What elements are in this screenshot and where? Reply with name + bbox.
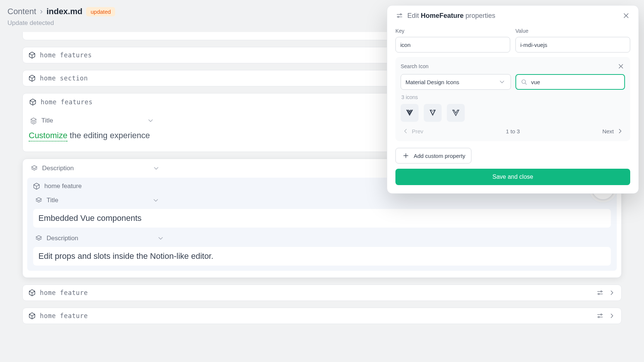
pager-next[interactable]: Next <box>602 127 624 135</box>
panel-title: Edit HomeFeature properties <box>407 12 495 20</box>
add-custom-property-button[interactable]: Add custom property <box>395 148 471 163</box>
nested-feature-label: home feature <box>44 182 82 190</box>
icon-result-vuejs[interactable] <box>401 104 419 122</box>
icon-result-grid <box>401 104 625 122</box>
icon-pager: Prev 1 to 3 Next <box>401 122 625 136</box>
cube-icon <box>28 74 36 82</box>
title-highlight: Customize <box>29 131 67 142</box>
icon-result-count: 3 icons <box>401 94 624 100</box>
slot-label: Description <box>42 165 74 172</box>
key-value-row: Key Value <box>395 28 630 53</box>
key-input[interactable] <box>395 37 510 53</box>
block-label: home feature <box>40 312 88 320</box>
nested-title-value[interactable]: Embedded Vue components <box>33 209 611 228</box>
panel-header: Edit HomeFeature properties <box>387 6 638 26</box>
chevron-down-icon[interactable] <box>152 196 160 204</box>
breadcrumb-separator: › <box>38 7 44 16</box>
cube-icon <box>28 289 36 297</box>
cube-icon <box>28 51 36 59</box>
block-label: home features <box>41 98 93 106</box>
layers-icon <box>35 196 43 204</box>
plus-icon <box>402 152 410 160</box>
chevron-left-icon <box>401 127 410 135</box>
icon-library-value: Material Design Icons <box>405 79 459 85</box>
chevron-right-icon[interactable] <box>608 312 616 320</box>
icon-search-input[interactable] <box>531 79 621 85</box>
pager-prev[interactable]: Prev <box>401 127 423 135</box>
search-icon <box>520 78 528 86</box>
nested-desc-value[interactable]: Edit props and slots inside the Notion-l… <box>33 247 611 266</box>
icon-search-field[interactable] <box>515 74 625 90</box>
icon-result-vuetify[interactable] <box>424 104 442 122</box>
chevron-right-icon <box>616 127 624 135</box>
nested-title-header[interactable]: Title <box>33 196 611 208</box>
status-badge: updated <box>86 7 115 16</box>
value-input[interactable] <box>515 37 630 53</box>
svg-point-0 <box>522 80 525 83</box>
search-heading: Search Icon <box>401 63 429 69</box>
nested-desc-header[interactable]: Description <box>33 234 611 246</box>
save-and-close-button[interactable]: Save and close <box>395 169 630 185</box>
block-label: home feature <box>40 289 88 296</box>
key-label: Key <box>395 28 510 34</box>
chevron-down-icon[interactable] <box>146 117 155 125</box>
sliders-icon[interactable] <box>596 312 604 320</box>
cube-icon <box>28 312 36 320</box>
sliders-icon[interactable] <box>596 289 604 297</box>
icon-library-select[interactable]: Material Design Icons <box>401 74 511 90</box>
slot-label: Title <box>41 117 53 124</box>
chevron-right-icon[interactable] <box>608 289 616 297</box>
search-icon-section: Search Icon Material Design Icons 3 icon… <box>395 57 630 141</box>
chevron-down-icon[interactable] <box>152 164 160 172</box>
sliders-icon <box>395 12 404 20</box>
pager-range: 1 to 3 <box>423 128 602 134</box>
value-label: Value <box>515 28 630 34</box>
icon-result-vue-outline[interactable] <box>447 104 465 122</box>
nested-title-label: Title <box>47 197 59 204</box>
properties-panel: Edit HomeFeature properties Key Value Se… <box>387 5 639 194</box>
layers-icon <box>35 234 43 242</box>
cube-icon <box>32 182 41 190</box>
close-icon[interactable] <box>617 62 625 70</box>
block-label: home features <box>40 51 92 59</box>
cube-icon <box>29 98 37 106</box>
chevron-down-icon <box>498 78 506 86</box>
block-home-feature-sibling[interactable]: home feature <box>22 285 622 301</box>
close-icon[interactable] <box>622 12 630 20</box>
layers-icon <box>29 117 38 125</box>
chevron-down-icon[interactable] <box>157 234 165 242</box>
title-rest: the editing experience <box>67 131 150 140</box>
layers-icon <box>30 164 38 172</box>
breadcrumb-root[interactable]: Content <box>7 7 36 16</box>
breadcrumb-file[interactable]: index.md <box>47 7 83 16</box>
breadcrumb[interactable]: Content › index.md <box>7 7 82 16</box>
block-home-feature-sibling[interactable]: home feature <box>22 308 622 324</box>
block-label: home section <box>40 74 88 82</box>
nested-desc-label: Description <box>47 235 78 242</box>
